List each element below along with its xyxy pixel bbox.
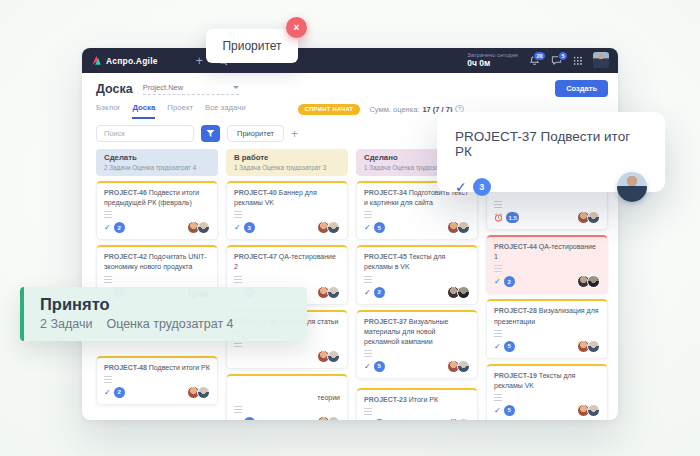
- close-icon[interactable]: ×: [286, 17, 307, 38]
- description-icon: [494, 201, 502, 208]
- card-code: PROJECT-23: [364, 396, 407, 403]
- kanban-card[interactable]: PROJECT-37Визуальные материалы для новой…: [356, 310, 478, 379]
- card-footer: ✓ 5: [364, 221, 470, 234]
- column-cards: PROJECT-34Подготовить текст и картинки д…: [356, 181, 478, 420]
- description-icon: [364, 276, 372, 283]
- estimate-badge: 1.5: [506, 212, 519, 223]
- card-avatars: [450, 221, 470, 234]
- column-cards: ✓ 1.5 PROJECT-44QA-тестирование 1 ✓: [486, 181, 608, 420]
- card-title: PROJECT-44QA-тестирование 1: [494, 242, 600, 262]
- check-icon: ✓: [104, 223, 111, 232]
- user-avatar[interactable]: [593, 52, 609, 68]
- card-footer: ✓ 2: [364, 286, 470, 299]
- avatar: [587, 275, 600, 288]
- description-icon: [104, 211, 112, 218]
- avatar: [327, 221, 340, 234]
- kanban-card[interactable]: PROJECT-19Тексты для рекламы VK ✓ 5: [486, 364, 608, 420]
- check-icon: ✓: [234, 418, 241, 420]
- sprint-status-badge: СПРИНТ НАЧАТ: [298, 104, 361, 115]
- avatar: [197, 221, 210, 234]
- avatar: [197, 386, 210, 399]
- card-title-text: теории: [317, 394, 340, 401]
- estimate-badge: 2: [374, 287, 385, 298]
- avatar: [457, 286, 470, 299]
- card-avatars: [450, 360, 470, 373]
- accepted-meta: 2 Задачи Оценка трудозатрат 4: [40, 317, 291, 331]
- create-button[interactable]: Создать: [555, 80, 608, 97]
- card-avatars: [320, 286, 340, 299]
- kanban-card[interactable]: PROJECT-48Подвести итоги РК ✓ 2: [96, 356, 218, 405]
- apps-grid-icon[interactable]: [573, 56, 582, 65]
- task-preview-card[interactable]: PROJECT-37 Подвести итог РК ✓ 3: [437, 112, 665, 192]
- kanban-card[interactable]: PROJECT-23Итоги РК ✓ 5: [356, 388, 478, 420]
- card-code: PROJECT-46: [104, 189, 147, 196]
- tab-project[interactable]: Проект: [167, 103, 193, 119]
- tab-board[interactable]: Доска: [132, 103, 155, 119]
- description-icon: [494, 330, 502, 337]
- card-footer: [234, 350, 340, 363]
- description-icon: [364, 350, 372, 357]
- card-avatars: [320, 416, 340, 420]
- avatar: [587, 211, 600, 224]
- search-input[interactable]: [96, 125, 194, 142]
- card-avatars: [580, 211, 600, 224]
- check-icon: ✓: [494, 277, 501, 286]
- card-code: PROJECT-44: [494, 243, 537, 250]
- kanban-card[interactable]: PROJECT-46Подвести итоги предыдущей РК (…: [96, 181, 218, 240]
- funnel-icon: [206, 129, 215, 138]
- kanban-card[interactable]: PROJECT-28Визуализация для презентации ✓…: [486, 299, 608, 358]
- tab-backlog[interactable]: Бэклог: [96, 103, 120, 119]
- card-avatars: [320, 350, 340, 363]
- notifications-button[interactable]: 20: [529, 55, 540, 66]
- check-icon: ✓: [234, 223, 241, 232]
- avatar: [457, 360, 470, 373]
- estimate-badge: 5: [374, 222, 385, 233]
- card-code: PROJECT-48: [104, 364, 147, 371]
- column-meta: 1 Задача Оценка трудозатрат 3: [234, 164, 340, 171]
- app-window: Аспро.Agile + Сп Затрачено сегодня 0ч 0м…: [82, 48, 618, 420]
- estimate-badge: 3: [473, 178, 491, 196]
- card-avatars: [580, 404, 600, 417]
- description-icon: [104, 276, 112, 283]
- kanban-card[interactable]: PROJECT-45Тексты для рекламы в VK ✓ 2: [356, 245, 478, 304]
- card-title: PROJECT-40Баннер для рекламы VK: [234, 188, 340, 208]
- accepted-task-count: 2 Задачи: [40, 317, 92, 331]
- column-in-progress: В работе 1 Задача Оценка трудозатрат 3 P…: [226, 149, 348, 420]
- kanban-card[interactable]: PROJECT-40Баннер для рекламы VK ✓ 3: [226, 181, 348, 240]
- card-avatars: [580, 340, 600, 353]
- column-todo: Сделать 2 Задачи Оценка трудозатрат 4 PR…: [96, 149, 218, 420]
- priority-filter-chip[interactable]: Приоритет: [227, 125, 284, 142]
- card-code: PROJECT-37: [364, 318, 407, 325]
- card-title: PROJECT-47QA-тестирование 2: [234, 252, 340, 272]
- card-avatars: [450, 418, 470, 420]
- tab-all-tasks[interactable]: Все задачи: [205, 103, 246, 119]
- project-select[interactable]: Project.New: [143, 83, 239, 95]
- project-name: Project.New: [143, 83, 183, 92]
- brand-logo-icon: [91, 55, 102, 66]
- add-filter-button[interactable]: +: [291, 128, 298, 140]
- card-title: теории: [234, 381, 340, 403]
- card-code: PROJECT-45: [364, 253, 407, 260]
- messages-button[interactable]: 5: [551, 55, 562, 66]
- filter-button[interactable]: [201, 125, 220, 142]
- description-icon: [234, 276, 242, 283]
- avatar: [587, 340, 600, 353]
- topbar: Аспро.Agile + Сп Затрачено сегодня 0ч 0м…: [82, 48, 618, 73]
- card-footer: ✓ 5: [364, 418, 470, 420]
- column-name: Сделать: [104, 153, 210, 162]
- kanban-card[interactable]: теории ✓ 3: [226, 374, 348, 420]
- kanban-card[interactable]: PROJECT-44QA-тестирование 1 ✓ 2: [486, 235, 608, 294]
- card-code: PROJECT-40: [234, 189, 277, 196]
- priority-tooltip-label: Приоритет: [222, 39, 281, 53]
- accepted-estimate: Оценка трудозатрат 4: [106, 317, 233, 331]
- brand[interactable]: Аспро.Agile: [91, 55, 158, 66]
- add-icon[interactable]: +: [196, 55, 203, 67]
- card-code: PROJECT-47: [234, 253, 277, 260]
- card-footer: ✓ 3: [234, 221, 340, 234]
- description-icon: [234, 406, 242, 413]
- card-code: PROJECT-19: [494, 372, 537, 379]
- page-title: Доска: [96, 82, 133, 96]
- avatar: [327, 350, 340, 363]
- chevron-down-icon: [233, 86, 239, 89]
- estimate-badge: 2: [114, 222, 125, 233]
